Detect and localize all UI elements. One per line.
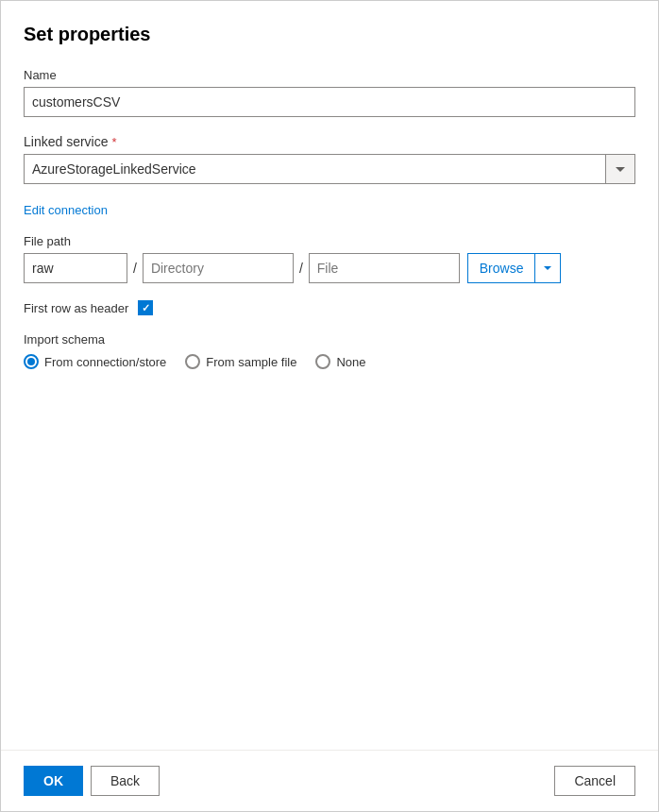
name-input[interactable]	[24, 87, 635, 117]
radio-from-connection-label: From connection/store	[44, 355, 166, 369]
file-path-raw-input[interactable]	[24, 253, 127, 283]
back-button[interactable]: Back	[91, 766, 160, 796]
file-path-label: File path	[24, 234, 635, 248]
radio-none[interactable]: None	[315, 354, 365, 369]
linked-service-label: Linked service *	[24, 134, 635, 149]
file-path-group: File path / / Browse	[24, 234, 635, 283]
radio-from-connection[interactable]: From connection/store	[24, 354, 166, 369]
file-path-separator-2: /	[294, 253, 309, 283]
footer-left: OK Back	[24, 766, 160, 796]
required-indicator: *	[112, 135, 117, 149]
dialog-body: Set properties Name Linked service * Azu…	[1, 1, 658, 750]
dialog-footer: OK Back Cancel	[1, 750, 658, 811]
first-row-header-group: First row as header	[24, 300, 635, 315]
linked-service-dropdown-wrapper: AzureStorageLinkedService	[24, 154, 635, 184]
import-schema-group: Import schema From connection/store From…	[24, 332, 635, 369]
file-path-row: / / Browse	[24, 253, 635, 283]
edit-connection-link[interactable]: Edit connection	[24, 203, 108, 217]
footer-right: Cancel	[554, 766, 635, 796]
file-path-directory-input[interactable]	[143, 253, 294, 283]
radio-none-circle[interactable]	[315, 354, 330, 369]
radio-from-sample-file-label: From sample file	[206, 355, 296, 369]
first-row-header-checkbox[interactable]	[138, 300, 153, 315]
browse-btn-group: Browse	[467, 253, 562, 283]
name-field-group: Name	[24, 68, 635, 117]
import-schema-radio-group: From connection/store From sample file N…	[24, 354, 635, 369]
linked-service-dropdown[interactable]: AzureStorageLinkedService	[24, 154, 635, 184]
dialog-title: Set properties	[24, 24, 635, 45]
browse-button[interactable]: Browse	[467, 253, 535, 283]
first-row-header-label: First row as header	[24, 301, 128, 315]
radio-from-sample-file[interactable]: From sample file	[185, 354, 296, 369]
file-path-separator-1: /	[127, 253, 143, 283]
import-schema-label: Import schema	[24, 332, 635, 347]
name-label: Name	[24, 68, 635, 82]
radio-none-label: None	[336, 355, 365, 369]
linked-service-field-group: Linked service * AzureStorageLinkedServi…	[24, 134, 635, 184]
cancel-button[interactable]: Cancel	[554, 766, 635, 796]
ok-button[interactable]: OK	[24, 766, 83, 796]
first-row-checkbox-wrapper[interactable]	[138, 300, 153, 315]
radio-from-sample-file-circle[interactable]	[185, 354, 200, 369]
file-path-file-input[interactable]	[309, 253, 460, 283]
radio-from-connection-circle[interactable]	[24, 354, 39, 369]
browse-dropdown-button[interactable]	[534, 253, 561, 283]
set-properties-dialog: Set properties Name Linked service * Azu…	[0, 0, 659, 812]
